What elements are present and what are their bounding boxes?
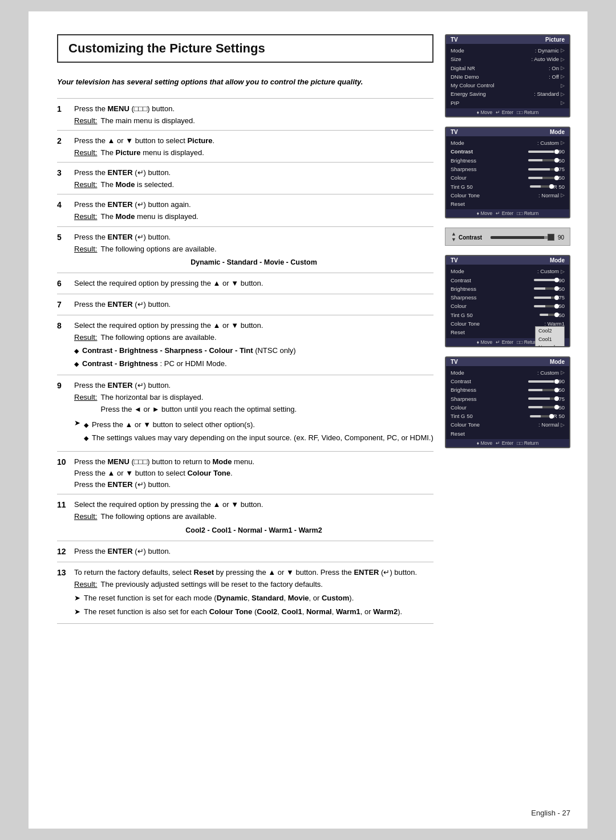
tv-row-value: 90: [528, 378, 565, 385]
tv-label: TV: [451, 257, 458, 263]
tv-row-energy: Energy Saving : Standard ▷: [451, 90, 565, 98]
tv-footer-move: ♦ Move: [477, 109, 492, 115]
result-text: The main menu is displayed.: [100, 115, 194, 127]
tv-row-mode: Mode : Dynamic ▷: [451, 46, 565, 55]
tv-row-value: : Off ▷: [549, 73, 565, 80]
arrow-icon: ➤: [74, 417, 80, 429]
tv-row-label: Mode: [451, 369, 537, 376]
tv-panel-5-header: TV Mode: [446, 358, 569, 366]
result-line-1: The horizontal bar is displayed.: [100, 392, 297, 403]
tv-panel-1-body: Mode : Dynamic ▷ Size : Auto Wide ▷ Digi…: [446, 44, 569, 108]
tv-panel-1: TV Picture Mode : Dynamic ▷ Size : Auto …: [445, 34, 570, 117]
tv-row-value: ▷: [561, 99, 565, 107]
tv-row-colour: Colour 50: [451, 403, 565, 412]
step-3: 3 Press the ENTER (↵) button. Result: Th…: [57, 162, 433, 194]
tv-row-label: Tint G 50: [451, 183, 530, 190]
tv-panel-2: TV Mode Mode : Custom ▷ Contrast 90 Brig…: [445, 127, 570, 218]
step-num-4: 4: [57, 199, 70, 222]
dropdown-item-normal[interactable]: Normal: [536, 343, 564, 347]
tv-row-value: R 50: [530, 412, 565, 420]
tv-row-label: Contrast: [451, 277, 534, 284]
step-content-10: Press the MENU (□□□) button to return to…: [74, 456, 433, 490]
tv-row-value: 50: [534, 285, 565, 293]
tv-row-label: Sharpness: [451, 165, 528, 173]
tv-panel-4: TV Mode Mode : Custom ▷ Contrast 90 Brig…: [445, 255, 570, 347]
step-num-1: 1: [57, 103, 70, 127]
contrast-bar-fill: [491, 236, 544, 239]
tv-row-label: Mode: [451, 139, 537, 147]
step-9: 9 Press the ENTER (↵) button. Result: Th…: [57, 375, 433, 451]
tv-row-value: 50: [528, 157, 565, 164]
tv-row-value: : Custom ▷: [537, 139, 565, 147]
tv-row-value: 75: [528, 395, 565, 403]
contrast-bar-track: [491, 236, 552, 239]
tv-row-contrast: Contrast 90: [451, 147, 565, 156]
step-2: 2 Press the ▲ or ▼ button to select Pict…: [57, 130, 433, 162]
result-text: The Picture menu is displayed.: [100, 147, 204, 159]
tv-row-size: Size : Auto Wide ▷: [451, 55, 565, 63]
step-11-highlight: Cool2 - Cool1 - Normal - Warm1 - Warm2: [74, 525, 433, 536]
result-text: The following options are available.: [100, 511, 216, 522]
result-text: The following options are available.: [100, 332, 216, 343]
tv-row-label: DNIe Demo: [451, 73, 549, 80]
tv-footer-enter: ↵ Enter: [496, 109, 513, 115]
step-8: 8 Select the required option by pressing…: [57, 315, 433, 375]
tv-row-label: Colour Tone: [451, 320, 544, 327]
tv-row-pip: PIP ▷: [451, 99, 565, 107]
step-num-13: 13: [57, 567, 70, 620]
tv-row-label: Sharpness: [451, 395, 528, 403]
right-column: TV Picture Mode : Dynamic ▷ Size : Auto …: [445, 34, 570, 806]
tv-panel-2-body: Mode : Custom ▷ Contrast 90 Brightness 5…: [446, 136, 569, 209]
bullet-icon: ◆: [84, 420, 88, 430]
step-num-12: 12: [57, 546, 70, 558]
tv-row-colour: Colour 50: [451, 173, 565, 182]
tv-label: TV: [451, 359, 458, 365]
tv-row-value: 90: [534, 277, 565, 284]
tv-row-label: Contrast: [451, 148, 528, 155]
step-13: 13 To return the factory defaults, selec…: [57, 562, 433, 624]
tv-row-label: Colour Tone: [451, 421, 538, 428]
tv-row-brightness: Brightness 50: [451, 285, 565, 293]
footer-language: English: [531, 809, 556, 817]
bullet-icon: ◆: [74, 359, 79, 369]
tv-panel-5-footer: ♦ Move ↵ Enter □□ Return: [446, 439, 569, 447]
tv-row-tint: Tint G 50 50: [451, 311, 565, 319]
result-label: Result:: [74, 244, 97, 255]
step-13-arrow-2: ➤ The reset function is also set for eac…: [74, 606, 433, 618]
step-content-9: Press the ENTER (↵) button. Result: The …: [74, 380, 433, 448]
tv-row-label: Brightness: [451, 285, 534, 293]
tv-row-reset: Reset: [451, 429, 565, 438]
tv-row-value: 50: [540, 311, 565, 319]
result-label: Result:: [74, 211, 97, 222]
step-5: 5 Press the ENTER (↵) button. Result: Th…: [57, 226, 433, 273]
tv-footer-enter: ↵ Enter: [496, 339, 513, 345]
tv-row-value: : Standard ▷: [534, 90, 565, 98]
step-num-7: 7: [57, 299, 70, 311]
tv-row-label: Reset: [451, 200, 565, 208]
step-content-5: Press the ENTER (↵) button. Result: The …: [74, 232, 433, 270]
footer-separator: -: [558, 809, 562, 817]
step-5-highlight: Dynamic - Standard - Movie - Custom: [74, 257, 433, 268]
tv-footer-return: □□ Return: [517, 109, 538, 115]
colour-tone-dropdown[interactable]: Cool2 Cool1 Normal Warm1 Warm2: [535, 326, 565, 347]
step-6: 6 Select the required option by pressing…: [57, 273, 433, 294]
tv-panel-1-header: TV Picture: [446, 35, 569, 44]
tv-row-colour-tone: Colour Tone : Warm1 Cool2 Cool1 Normal W…: [451, 319, 565, 328]
tv-panel-4-header: TV Mode: [446, 256, 569, 265]
step-10: 10 Press the MENU (□□□) button to return…: [57, 451, 433, 494]
dropdown-item-cool1[interactable]: Cool1: [536, 335, 564, 344]
tv-row-sharpness: Sharpness 75: [451, 165, 565, 173]
tv-row-mcc: My Colour Control ▷: [451, 81, 565, 90]
tv-row-colour-tone: Colour Tone : Normal ▷: [451, 191, 565, 200]
result-label: Result:: [74, 147, 97, 159]
tv-footer-enter: ↵ Enter: [496, 440, 513, 446]
tv-row-value: 50: [534, 302, 565, 310]
dropdown-item-cool2[interactable]: Cool2: [536, 327, 564, 335]
intro-text: Your television has several setting opti…: [57, 76, 433, 88]
step-7: 7 Press the ENTER (↵) button.: [57, 294, 433, 315]
tv-row-contrast: Contrast 90: [451, 276, 565, 285]
tv-row-label: Tint G 50: [451, 311, 540, 319]
step-4: 4 Press the ENTER (↵) button again. Resu…: [57, 194, 433, 226]
page: Customizing the Picture Settings Your te…: [29, 11, 587, 829]
result-text: The following options are available.: [100, 244, 216, 255]
